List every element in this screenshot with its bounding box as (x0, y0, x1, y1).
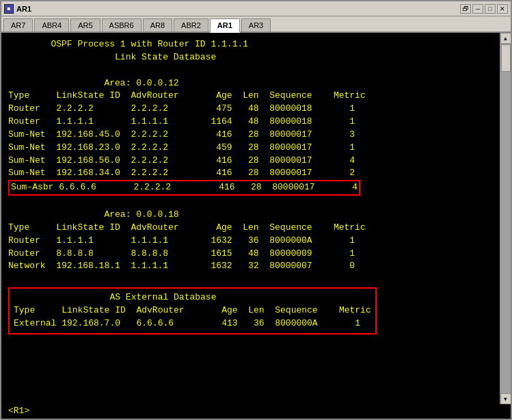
minimize-button[interactable]: ─ (472, 4, 483, 14)
scroll-track (500, 44, 511, 393)
area1-row-4: Sum-Net 192.168.23.0 2.2.2.2 459 28 8000… (8, 142, 493, 155)
area2-row-1: Router 1.1.1.1 1.1.1.1 1632 36 8000000A … (8, 235, 493, 248)
area2-row-2: Router 8.8.8.8 8.8.8.8 1615 48 80000009 … (8, 248, 493, 261)
window-icon: ■ (4, 4, 14, 14)
external-row-1: External 192.168.7.0 6.6.6.6 413 36 8000… (14, 317, 371, 330)
tab-bar: AR7 ABR4 AR5 ASBR6 AR8 ABR2 AR1 AR3 (1, 16, 511, 33)
tab-ar1[interactable]: AR1 (210, 18, 240, 33)
tab-abr2[interactable]: ABR2 (174, 18, 208, 31)
blank4 (8, 334, 493, 347)
title-bar: ■ AR1 🗗 ─ □ ✕ (1, 1, 511, 16)
blank1 (8, 64, 493, 77)
window: ■ AR1 🗗 ─ □ ✕ AR7 ABR4 AR5 ASBR6 AR8 ABR… (0, 0, 512, 420)
area2-row-3: Network 192.168.18.1 1.1.1.1 1632 32 800… (8, 260, 493, 273)
area1-row-5: Sum-Net 192.168.56.0 2.2.2.2 416 28 8000… (8, 155, 493, 168)
title-bar-controls: 🗗 ─ □ ✕ (460, 4, 508, 14)
external-db-box: AS External Database Type LinkState ID A… (8, 287, 377, 334)
area1-row-6: Sum-Net 192.168.34.0 2.2.2.2 416 28 8000… (8, 167, 493, 180)
ospf-header2: Link State Database (8, 51, 493, 64)
blank2 (8, 196, 493, 209)
area2-label: Area: 0.0.0.18 (8, 209, 493, 222)
restore-button[interactable]: 🗗 (460, 4, 471, 14)
area1-row-1: Router 2.2.2.2 2.2.2.2 475 48 80000018 1 (8, 103, 493, 116)
area2-columns: Type LinkState ID AdvRouter Age Len Sequ… (8, 222, 493, 235)
tab-abr4[interactable]: ABR4 (34, 18, 69, 31)
tab-ar3[interactable]: AR3 (241, 18, 271, 31)
title-bar-left: ■ AR1 (4, 4, 31, 14)
content-area: OSPF Process 1 with Router ID 1.1.1.1 Li… (1, 33, 511, 404)
area1-row-7: Sum-Asbr 6.6.6.6 2.2.2.2 416 28 80000017… (11, 181, 358, 194)
close-button[interactable]: ✕ (497, 4, 508, 14)
external-header: AS External Database (14, 291, 371, 304)
scrollbar[interactable]: ▲ ▼ (500, 33, 511, 404)
scroll-down-button[interactable]: ▼ (500, 393, 511, 404)
area1-row-2: Router 1.1.1.1 1.1.1.1 1164 48 80000018 … (8, 116, 493, 129)
ospf-header1: OSPF Process 1 with Router ID 1.1.1.1 (8, 38, 493, 51)
tab-ar5[interactable]: AR5 (70, 18, 100, 31)
area1-label: Area: 0.0.0.12 (8, 77, 493, 90)
tab-ar7[interactable]: AR7 (3, 18, 33, 31)
highlighted-sumasbr-row: Sum-Asbr 6.6.6.6 2.2.2.2 416 28 80000017… (8, 180, 360, 196)
scroll-up-button[interactable]: ▲ (500, 33, 511, 44)
area1-row-3: Sum-Net 192.168.45.0 2.2.2.2 416 28 8000… (8, 129, 493, 142)
prompt-bar: <R1> (1, 404, 511, 419)
tab-ar8[interactable]: AR8 (143, 18, 172, 31)
cli-prompt[interactable]: <R1> (8, 406, 504, 416)
window-title: AR1 (16, 5, 31, 13)
blank3 (8, 273, 493, 286)
tab-asbr6[interactable]: ASBR6 (102, 18, 142, 31)
maximize-button[interactable]: □ (485, 4, 496, 14)
external-columns: Type LinkState ID AdvRouter Age Len Sequ… (14, 304, 371, 317)
scroll-thumb[interactable] (501, 44, 511, 72)
area1-columns: Type LinkState ID AdvRouter Age Len Sequ… (8, 90, 493, 103)
terminal[interactable]: OSPF Process 1 with Router ID 1.1.1.1 Li… (1, 33, 500, 404)
